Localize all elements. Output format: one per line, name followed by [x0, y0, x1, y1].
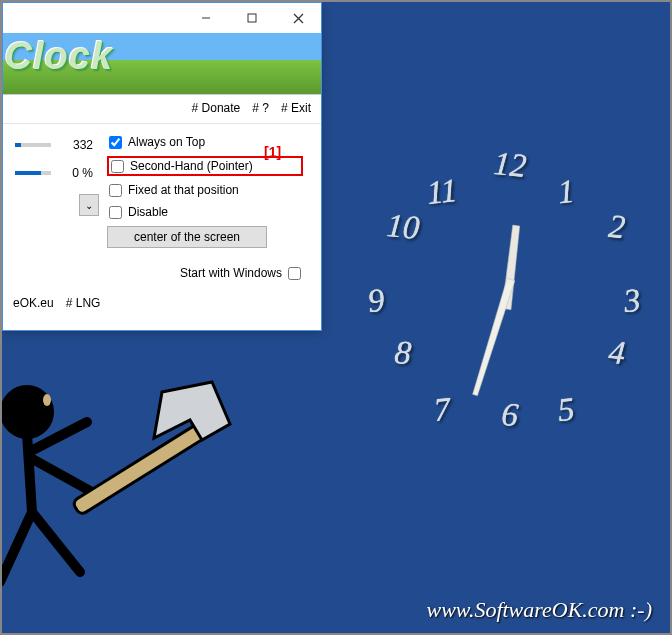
clock-number: 12 [492, 145, 528, 185]
app-window: ro Clock # Donate # ? # Exit 332 0 % ⌄ [2, 2, 322, 331]
start-with-windows-label: Start with Windows [180, 266, 282, 280]
clock-number: 2 [608, 208, 628, 246]
always-on-top-input[interactable] [109, 136, 122, 149]
fixed-position-input[interactable] [109, 184, 122, 197]
clock-number: 6 [500, 396, 520, 434]
svg-point-7 [43, 394, 51, 406]
svg-line-10 [32, 512, 80, 572]
eok-link[interactable]: eOK.eu [13, 296, 54, 310]
donate-link[interactable]: # Donate [192, 101, 241, 115]
toolbar: # Donate # ? # Exit [3, 95, 321, 124]
exit-link[interactable]: # Exit [281, 101, 311, 115]
clock-number: 7 [432, 390, 452, 429]
desktop-clock: 121234567891011 [357, 127, 657, 447]
size-value: 332 [59, 138, 93, 152]
watermark: www.SoftwareOK.com :-) [427, 597, 653, 623]
svg-rect-13 [72, 417, 216, 515]
second-hand-label: Second-Hand (Pointer) [130, 159, 253, 173]
maximize-button[interactable] [229, 3, 275, 33]
transparency-slider[interactable] [15, 171, 51, 175]
fixed-position-check[interactable]: Fixed at that position [107, 182, 303, 198]
start-with-windows-input[interactable] [288, 267, 301, 280]
svg-line-12 [29, 457, 92, 492]
second-hand-input[interactable] [111, 160, 124, 173]
banner: ro Clock [3, 33, 321, 95]
clock-number: 3 [622, 282, 642, 321]
svg-line-9 [0, 512, 32, 582]
help-link[interactable]: # ? [252, 101, 269, 115]
titlebar [3, 3, 321, 33]
clock-number: 1 [556, 173, 576, 212]
start-with-windows-row[interactable]: Start with Windows [3, 248, 311, 288]
texture-dropdown[interactable]: ⌄ [79, 194, 99, 216]
center-screen-button[interactable]: center of the screen [107, 226, 267, 248]
clock-number: 11 [425, 172, 459, 212]
svg-rect-1 [248, 14, 256, 22]
clock-number: 9 [366, 282, 386, 321]
clock-number: 4 [608, 334, 628, 372]
transparency-value: 0 % [59, 166, 93, 180]
svg-point-6 [5, 390, 49, 434]
clock-number: 10 [385, 207, 421, 247]
lng-link[interactable]: # LNG [66, 296, 101, 310]
sliders-col: 332 0 % ⌄ [3, 134, 99, 248]
banner-title: ro Clock [3, 35, 113, 78]
close-button[interactable] [275, 3, 321, 33]
disable-label: Disable [128, 205, 168, 219]
disable-check[interactable]: Disable [107, 204, 303, 220]
minimize-button[interactable] [183, 3, 229, 33]
clock-number: 5 [556, 390, 576, 429]
fixed-position-label: Fixed at that position [128, 183, 239, 197]
callout-1: [1] [264, 144, 281, 160]
mascot-figure [0, 372, 252, 632]
disable-input[interactable] [109, 206, 122, 219]
clock-number: 8 [393, 334, 413, 372]
footer-links: eOK.eu # LNG [3, 288, 311, 322]
svg-marker-5 [470, 278, 515, 396]
always-on-top-label: Always on Top [128, 135, 205, 149]
size-slider[interactable] [15, 143, 51, 147]
